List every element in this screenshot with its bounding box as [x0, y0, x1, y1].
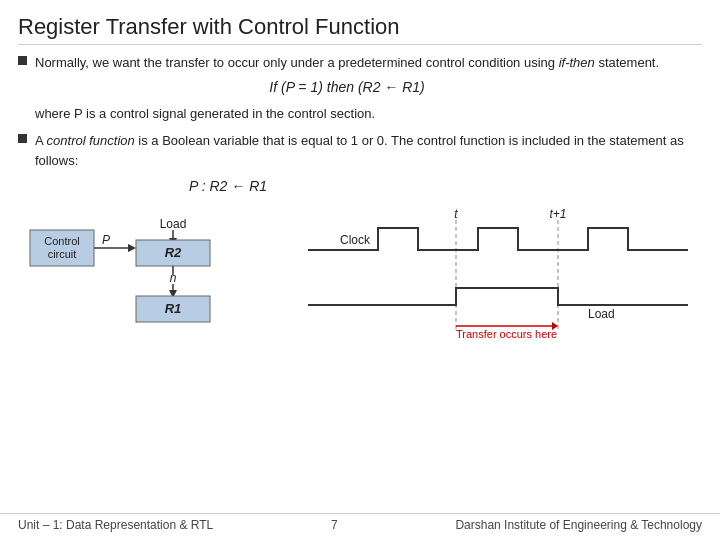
load-label: Load	[160, 217, 187, 231]
bullet-square-2	[18, 134, 27, 143]
bullet-text-2: A control function is a Boolean variable…	[35, 131, 702, 170]
diagram-svg: Control circuit P Load R2 n R1 Cl	[28, 200, 720, 340]
bullet1b-text: where P is a control signal generated in…	[35, 106, 375, 121]
bullet1-text1: Normally, we want the transfer to occur …	[35, 55, 559, 70]
clock-label: Clock	[340, 233, 371, 247]
p-arrow-head	[128, 244, 136, 252]
load-bottom-label: Load	[588, 307, 615, 321]
control-circuit-label: Control	[44, 235, 79, 247]
bullet2-italic: control function	[47, 133, 135, 148]
footer: Unit – 1: Data Representation & RTL 7 Da…	[0, 513, 720, 532]
bullet-item-1: Normally, we want the transfer to occur …	[18, 53, 702, 123]
formula2: P : R2 ← R1	[98, 178, 358, 194]
diagram-area: Control circuit P Load R2 n R1 Cl	[28, 200, 702, 343]
bullet-text-1: Normally, we want the transfer to occur …	[35, 53, 659, 123]
footer-left: Unit – 1: Data Representation & RTL	[18, 518, 213, 532]
bullet-item-2: A control function is a Boolean variable…	[18, 131, 702, 170]
page: Register Transfer with Control Function …	[0, 0, 720, 540]
footer-right: Darshan Institute of Engineering & Techn…	[455, 518, 702, 532]
footer-page: 7	[331, 518, 338, 532]
transfer-label: Transfer occurs here	[456, 328, 557, 340]
bullet1-text2: statement.	[595, 55, 659, 70]
page-title: Register Transfer with Control Function	[18, 14, 702, 45]
bullet-square-1	[18, 56, 27, 65]
t-label: t	[454, 207, 458, 221]
control-circuit-label2: circuit	[48, 248, 77, 260]
load-waveform	[308, 288, 688, 305]
r1-label: R1	[165, 301, 182, 316]
t1-label: t+1	[549, 207, 566, 221]
formula1: If (P = 1) then (R2 ← R1)	[35, 77, 659, 98]
p-label: P	[102, 233, 110, 247]
content-area: Normally, we want the transfer to occur …	[18, 53, 702, 194]
bullet2-text1: A	[35, 133, 47, 148]
bullet1-italic: if-then	[559, 55, 595, 70]
r2-label: R2	[165, 245, 182, 260]
